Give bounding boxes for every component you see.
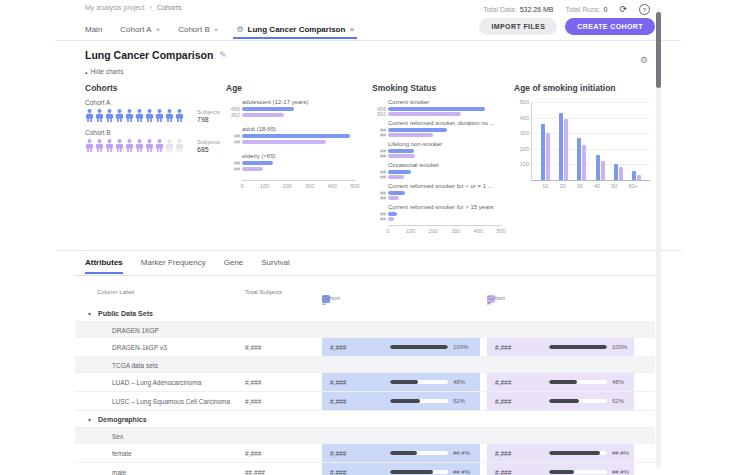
bar-group: elderly (>65)#### (226, 153, 362, 172)
cell-percent: 52% (453, 398, 465, 404)
refresh-icon[interactable]: ⟳ (619, 5, 627, 14)
bar-row: ## (226, 139, 362, 145)
bar-group-label: Lifelong non-smoker (388, 141, 512, 147)
cell-bar-fill (390, 380, 418, 384)
person-icon (125, 108, 134, 123)
bar-b (388, 175, 404, 179)
bar-pair (577, 138, 586, 180)
person-icon (175, 138, 184, 153)
collapse-icon: ▴ (85, 69, 88, 75)
bar-row: ## (226, 166, 362, 172)
person-icon (85, 108, 94, 123)
table-group-row[interactable]: ▾Public Data Sets (75, 305, 655, 322)
cell-bar-track (390, 380, 448, 384)
bar-row: 392 (226, 112, 362, 118)
cell-percent: 48% (612, 379, 624, 385)
table-row[interactable]: male##,####,#####.#%#,#####.#% (75, 463, 655, 475)
tab-main[interactable]: Main (85, 25, 102, 34)
bar-group-label: Current reformed smoker for < or = 1 ... (388, 183, 512, 189)
axis-tick: 200 (429, 228, 438, 234)
bar-group: adult (18-65)#### (226, 126, 362, 145)
table-row[interactable]: LUSC – Lung Squamous Cell Carcinoma#,###… (75, 392, 655, 411)
cell-bar-fill (390, 399, 420, 403)
cell-bar-fill (390, 451, 417, 455)
import-files-button[interactable]: IMPORT FILES (479, 18, 557, 35)
row-label: LUAD – Lung Adenocarcinoma (112, 379, 201, 386)
person-icon (95, 108, 104, 123)
age-chart-bars: adolescent (12-17 years)456392adult (18-… (226, 99, 362, 172)
row-label: female (112, 450, 132, 457)
age-chart-x-axis: 0100200300400500 (242, 180, 355, 190)
bar-group: adolescent (12-17 years)456392 (226, 99, 362, 118)
table-tabs-divider (75, 275, 656, 276)
x-axis-tick: 20 (559, 183, 565, 189)
bar-a (388, 128, 447, 132)
bar-b (388, 112, 461, 116)
axis-tick: 0 (240, 183, 243, 189)
tab-marker-frequency[interactable]: Marker Frequency (141, 258, 206, 274)
column-label-header[interactable]: Column Label (97, 289, 134, 295)
create-cohort-button[interactable]: CREATE COHORT (565, 18, 655, 35)
tab-cohort-a[interactable]: Cohort A × (120, 25, 160, 34)
axis-tick: 100 (406, 228, 415, 234)
tab-cohort-b[interactable]: Cohort B × (178, 25, 218, 34)
bar-a (242, 134, 350, 138)
bar-b (242, 113, 284, 117)
bar-row: ## (372, 195, 512, 200)
edit-pencil-icon[interactable]: ✎ (219, 50, 227, 60)
chart-settings-gear-icon[interactable]: ⚙ (640, 55, 648, 65)
cell-bar-fill (549, 380, 577, 384)
person-icon (175, 108, 184, 123)
tab-attributes[interactable]: Attributes (85, 258, 123, 274)
bar-b (388, 154, 415, 158)
age-chart: Age adolescent (12-17 years)456392adult … (226, 83, 362, 190)
hide-charts-toggle[interactable]: ▴ Hide charts (85, 68, 123, 75)
bar-group-label: elderly (>65) (242, 153, 362, 159)
tab-survival[interactable]: Survival (261, 258, 289, 274)
total-data-label: Total Data: (483, 6, 516, 13)
person-icon (145, 138, 154, 153)
person-icon (135, 108, 144, 123)
table-body: ▾Public Data SetsDRAGEN 1KGPDRAGEN-1kGP … (75, 305, 655, 475)
table-group-row[interactable]: ▾Demographics (75, 411, 655, 428)
close-icon[interactable]: × (155, 25, 160, 34)
cohort-b-cell: #,#####.#% (487, 463, 634, 475)
axis-tick: 400 (474, 228, 483, 234)
axis-tick: 100 (260, 183, 269, 189)
cohorts-chart-title: Cohorts (85, 83, 225, 93)
bar-pair (541, 124, 550, 180)
caret-down-icon: ▾ (88, 416, 91, 423)
group-label: Demographics (98, 416, 147, 423)
bar-a (242, 161, 273, 165)
table-row[interactable]: LUAD – Lung Adenocarcinoma#,####,###48%#… (75, 373, 655, 392)
page-title-text: Lung Cancer Comparison (85, 49, 213, 61)
bar-a (614, 164, 618, 180)
row-total-subjects: #,### (245, 450, 261, 457)
cohort-b-row: Cohort B Subjects 685 (85, 129, 225, 153)
row-label: DRAGEN-1kGP v3 (112, 344, 167, 351)
initiation-chart-title: Age of smoking initiation (514, 83, 654, 93)
breadcrumb-project-link[interactable]: My analysis project (85, 4, 145, 11)
cell-value: #,### (495, 344, 511, 351)
cell-bar-track (390, 451, 448, 455)
close-icon[interactable]: × (349, 25, 354, 34)
bar-row: ## (372, 153, 512, 158)
cell-bar-track (390, 345, 448, 349)
table-row[interactable]: female#,####,#####.#%#,#####.#% (75, 444, 655, 463)
cell-value: #,### (330, 398, 346, 405)
smoking-initiation-chart: Age of smoking initiation 50040030020010… (514, 83, 654, 189)
total-subjects-header[interactable]: Total Subjects (245, 289, 282, 295)
tab-lung-cancer-comparison[interactable]: ⚙ Lung Cancer Comparison × (236, 25, 354, 34)
bar-pair (614, 164, 623, 180)
y-axis-tick: 400 (515, 115, 529, 121)
close-icon[interactable]: × (214, 25, 219, 34)
help-icon[interactable]: ? (639, 4, 650, 15)
scrollbar-thumb[interactable] (656, 12, 661, 88)
bar-row: ## (372, 132, 512, 137)
tab-gene[interactable]: Gene (224, 258, 244, 274)
row-label: male (112, 469, 126, 475)
table-row[interactable]: DRAGEN-1kGP v3#,####,###100%#,###100% (75, 338, 655, 357)
cohort-a-cell: #,###48% (322, 373, 480, 391)
bar-b (601, 161, 605, 180)
cell-bar-fill (390, 345, 448, 349)
